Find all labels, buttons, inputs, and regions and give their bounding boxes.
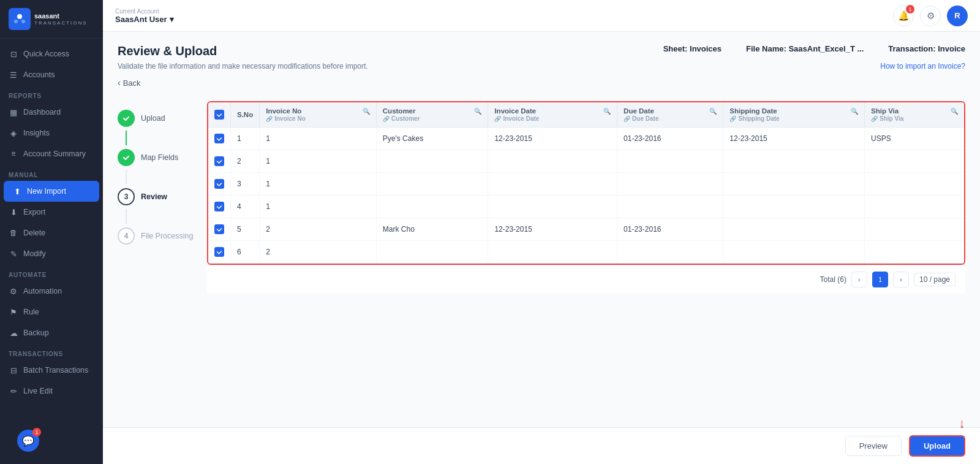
link-icon: 🔗 (383, 116, 390, 122)
account-info: Current Account SaasAnt User ▾ (115, 8, 174, 24)
sidebar-item-label: New Import (27, 187, 66, 196)
cell-invoice-no: 1 (260, 150, 377, 173)
cell-invoice-date (488, 241, 617, 264)
cell-customer (376, 196, 488, 218)
table-row: 6 2 (208, 241, 964, 264)
sidebar-item-export[interactable]: ⬇ Export (0, 202, 103, 222)
shipping-date-search-icon[interactable]: 🔍 (851, 108, 858, 115)
cell-sno: 1 (231, 127, 260, 150)
due-date-search-icon[interactable]: 🔍 (709, 108, 717, 115)
sidebar-item-dashboard[interactable]: ▦ Dashboard (0, 102, 103, 123)
pagination-bar: Total (6) ‹ 1 › 10 / page (207, 265, 965, 294)
table-row: 1 1 Pye's Cakes 12-23-2015 01-23-2016 12… (208, 127, 964, 150)
row-checkbox-cell (208, 127, 231, 150)
header-checkbox-cell (208, 102, 231, 127)
table-body: 1 1 Pye's Cakes 12-23-2015 01-23-2016 12… (208, 127, 964, 264)
filename-value: SaasAnt_Excel_T ... (788, 44, 864, 53)
how-to-link[interactable]: How to import an Invoice? (880, 62, 965, 70)
header-actions: 🔔 1 ⚙ R (893, 6, 968, 26)
cell-shipping-date (723, 218, 865, 241)
logo: saasant TRANSACTIONS (0, 0, 103, 39)
link-icon: 🔗 (266, 116, 273, 122)
chat-button[interactable]: 💬 1 (17, 430, 39, 452)
cell-customer: Mark Cho (376, 218, 488, 241)
sidebar-item-quick-access[interactable]: ⊡ Quick Access (0, 44, 103, 64)
cell-due-date (617, 241, 723, 264)
steps-list: Upload Map Fields 3 Review (118, 106, 197, 248)
cell-sno: 2 (231, 150, 260, 173)
sidebar-item-label: Live Edit (23, 387, 53, 395)
row-checkbox-0[interactable] (214, 134, 224, 143)
back-chevron-icon: ‹ (118, 78, 121, 88)
select-all-checkbox[interactable] (214, 110, 224, 120)
row-checkbox-1[interactable] (214, 156, 224, 166)
automate-section-label: AUTOMATE (0, 264, 103, 281)
settings-button[interactable]: ⚙ (920, 6, 941, 26)
per-page-select[interactable]: 10 / page (914, 273, 956, 286)
ship-via-search-icon[interactable]: 🔍 (951, 108, 958, 115)
row-checkbox-cell (208, 196, 231, 218)
sidebar-item-accounts[interactable]: ☰ Accounts (0, 64, 103, 85)
row-checkbox-cell (208, 218, 231, 241)
cell-due-date (617, 196, 723, 218)
next-page-button[interactable]: › (893, 272, 909, 287)
sidebar-item-account-summary[interactable]: ≡ Account Summary (0, 143, 103, 164)
sidebar-item-new-import[interactable]: ⬆ New Import (4, 181, 99, 202)
cell-shipping-date (723, 196, 865, 218)
row-checkbox-5[interactable] (214, 247, 224, 257)
customer-search-icon[interactable]: 🔍 (474, 108, 481, 115)
account-name-dropdown[interactable]: SaasAnt User ▾ (115, 15, 174, 24)
cell-invoice-date: 12-23-2015 (488, 127, 617, 150)
preview-button[interactable]: Preview (845, 436, 902, 456)
cell-ship-via (865, 173, 964, 196)
notifications-button[interactable]: 🔔 1 (893, 6, 914, 26)
sidebar-item-batch-transactions[interactable]: ⊟ Batch Transactions (0, 360, 103, 381)
sidebar-item-label: Insights (23, 129, 50, 137)
sidebar-item-delete[interactable]: 🗑 Delete (0, 222, 103, 243)
cell-customer (376, 241, 488, 264)
sidebar-item-insights[interactable]: ◈ Insights (0, 123, 103, 143)
row-checkbox-cell (208, 241, 231, 264)
sheet-info: Sheet: Invoices (663, 44, 722, 53)
cell-ship-via (865, 241, 964, 264)
cell-customer: Pye's Cakes (376, 127, 488, 150)
cell-customer (376, 150, 488, 173)
notification-badge: 1 (906, 5, 914, 13)
back-label: Back (123, 78, 141, 88)
sidebar-item-rule[interactable]: ⚑ Rule (0, 302, 103, 322)
cell-due-date (617, 150, 723, 173)
review-layout: Upload Map Fields 3 Review (118, 101, 965, 294)
prev-page-button[interactable]: ‹ (851, 272, 867, 287)
content-area: Review & Upload Sheet: Invoices File Nam… (103, 32, 980, 427)
account-summary-icon: ≡ (9, 149, 18, 159)
sidebar-item-backup[interactable]: ☁ Backup (0, 322, 103, 343)
step-circle-map-fields (118, 149, 135, 166)
back-button[interactable]: ‹ Back (118, 78, 368, 88)
svg-point-2 (21, 20, 25, 23)
cell-customer (376, 173, 488, 196)
sidebar-item-modify[interactable]: ✎ Modify (0, 243, 103, 264)
row-checkbox-3[interactable] (214, 202, 224, 211)
sidebar-item-automation[interactable]: ⚙ Automation (0, 281, 103, 302)
sidebar-item-label: Automation (23, 287, 62, 295)
header-invoice-date: Invoice Date 🔍 🔗Invoice Date (488, 102, 617, 127)
upload-button[interactable]: Upload (909, 435, 965, 457)
invoice-date-search-icon[interactable]: 🔍 (603, 108, 611, 115)
transaction-info: Transaction: Invoice (888, 44, 965, 53)
dropdown-chevron-icon: ▾ (170, 15, 174, 24)
cell-shipping-date (723, 173, 865, 196)
data-table: S.No Invoice No 🔍 🔗Invoice No (208, 102, 964, 264)
row-checkbox-2[interactable] (214, 179, 224, 189)
step-label-upload: Upload (141, 114, 165, 123)
link-icon: 🔗 (494, 116, 501, 122)
sidebar-nav: ⊡ Quick Access ☰ Accounts REPORTS ▦ Dash… (0, 39, 103, 417)
sidebar-item-live-edit[interactable]: ✏ Live Edit (0, 381, 103, 401)
avatar[interactable]: R (947, 6, 968, 26)
invoice-no-search-icon[interactable]: 🔍 (363, 108, 370, 115)
sidebar-item-label: Delete (23, 229, 45, 237)
cell-invoice-no: 2 (260, 218, 377, 241)
page-1-button[interactable]: 1 (872, 272, 888, 287)
cell-due-date (617, 173, 723, 196)
cell-sno: 5 (231, 218, 260, 241)
row-checkbox-4[interactable] (214, 224, 224, 234)
